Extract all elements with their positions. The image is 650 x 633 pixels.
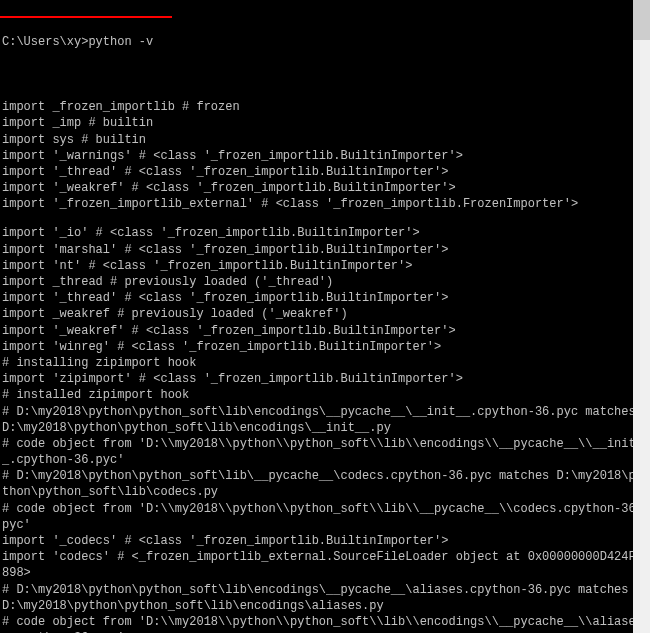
output-line: import sys # builtin — [2, 132, 650, 148]
output-line: # D:\my2018\python\python_soft\lib\encod… — [2, 582, 650, 614]
output-line: import '_weakref' # <class '_frozen_impo… — [2, 180, 650, 196]
output-line: import 'marshal' # <class '_frozen_impor… — [2, 242, 650, 258]
terminal-output[interactable]: C:\Users\xy>python -v import _frozen_imp… — [0, 0, 650, 633]
scroll-thumb[interactable] — [633, 0, 650, 40]
command-prompt: C:\Users\xy>python -v — [2, 34, 650, 50]
output-line: import _thread # previously loaded ('_th… — [2, 274, 650, 290]
output-line: import _imp # builtin — [2, 115, 650, 131]
output-line: import '_weakref' # <class '_frozen_impo… — [2, 323, 650, 339]
output-line: # D:\my2018\python\python_soft\lib\__pyc… — [2, 468, 650, 500]
output-line: import 'zipimport' # <class '_frozen_imp… — [2, 371, 650, 387]
output-line: # installing zipimport hook — [2, 355, 650, 371]
output-line: # code object from 'D:\\my2018\\python\\… — [2, 436, 650, 468]
output-line: import _frozen_importlib # frozen — [2, 99, 650, 115]
vertical-scrollbar[interactable] — [633, 0, 650, 633]
output-line: import '_codecs' # <class '_frozen_impor… — [2, 533, 650, 549]
output-line: import _weakref # previously loaded ('_w… — [2, 306, 650, 322]
output-line: import '_thread' # <class '_frozen_impor… — [2, 164, 650, 180]
output-line — [2, 212, 650, 225]
highlight-underline — [0, 16, 172, 18]
output-lines: import _frozen_importlib # frozenimport … — [2, 99, 650, 633]
output-line: # installed zipimport hook — [2, 387, 650, 403]
output-line: import '_warnings' # <class '_frozen_imp… — [2, 148, 650, 164]
output-line: import '_io' # <class '_frozen_importlib… — [2, 225, 650, 241]
output-line: import '_thread' # <class '_frozen_impor… — [2, 290, 650, 306]
output-line: import 'nt' # <class '_frozen_importlib.… — [2, 258, 650, 274]
output-line: # code object from 'D:\\my2018\\python\\… — [2, 501, 650, 533]
output-line: # D:\my2018\python\python_soft\lib\encod… — [2, 404, 650, 436]
output-line: import 'winreg' # <class '_frozen_import… — [2, 339, 650, 355]
output-line: # code object from 'D:\\my2018\\python\\… — [2, 614, 650, 633]
output-line: import 'codecs' # <_frozen_importlib_ext… — [2, 549, 650, 581]
output-line: import '_frozen_importlib_external' # <c… — [2, 196, 650, 212]
